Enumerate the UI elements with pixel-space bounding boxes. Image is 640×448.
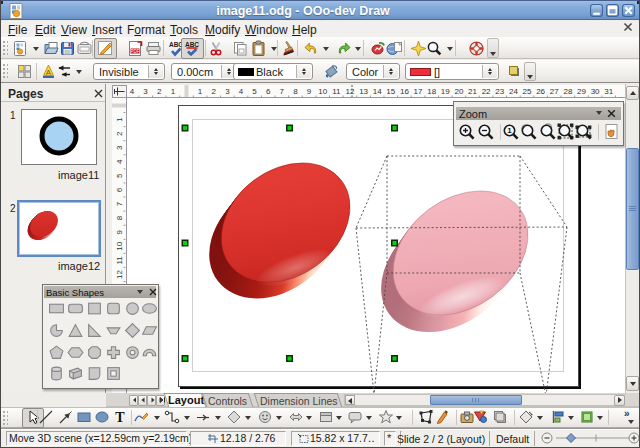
- svg-text:6: 6: [266, 87, 271, 96]
- svg-text:16: 16: [400, 87, 409, 96]
- svg-text:1: 1: [507, 126, 512, 135]
- svg-text:29: 29: [577, 87, 586, 96]
- svg-text:3: 3: [225, 87, 230, 96]
- svg-text:11: 11: [332, 87, 341, 96]
- svg-text:24: 24: [509, 87, 518, 96]
- svg-text:8: 8: [293, 87, 298, 96]
- svg-text:2: 2: [211, 87, 216, 96]
- svg-text:18: 18: [427, 87, 436, 96]
- svg-text:25: 25: [523, 87, 532, 96]
- svg-text:1: 1: [115, 117, 124, 122]
- svg-text:PDF: PDF: [131, 49, 140, 54]
- svg-text:2: 2: [157, 87, 162, 96]
- svg-text:ABC: ABC: [185, 41, 199, 48]
- svg-text:15: 15: [386, 87, 395, 96]
- svg-text:22: 22: [482, 87, 491, 96]
- svg-text:26: 26: [536, 87, 545, 96]
- svg-text:27: 27: [550, 87, 559, 96]
- svg-text:23: 23: [495, 87, 504, 96]
- svg-text:A: A: [46, 68, 52, 77]
- svg-text:10: 10: [115, 241, 124, 250]
- svg-text:4: 4: [239, 87, 244, 96]
- svg-text:12: 12: [345, 87, 354, 96]
- svg-text:4: 4: [130, 87, 135, 96]
- svg-text:3: 3: [115, 145, 124, 150]
- svg-text:7: 7: [115, 201, 124, 206]
- svg-text:12: 12: [115, 270, 124, 279]
- svg-text:T: T: [115, 410, 125, 425]
- svg-text:1: 1: [171, 87, 176, 96]
- svg-text:3: 3: [143, 87, 148, 96]
- svg-text:31: 31: [604, 87, 613, 96]
- svg-text:19: 19: [441, 87, 450, 96]
- svg-text:4: 4: [115, 159, 124, 164]
- svg-text:9: 9: [115, 229, 124, 234]
- svg-text:21: 21: [468, 87, 477, 96]
- svg-text:10: 10: [318, 87, 327, 96]
- svg-text:13: 13: [359, 87, 368, 96]
- svg-text:2: 2: [115, 131, 124, 136]
- svg-text:6: 6: [115, 187, 124, 192]
- svg-text:14: 14: [373, 87, 382, 96]
- svg-text:17: 17: [414, 87, 423, 96]
- svg-text:8: 8: [115, 215, 124, 220]
- svg-text:30: 30: [591, 87, 600, 96]
- svg-text:7: 7: [280, 87, 285, 96]
- svg-text:11: 11: [115, 256, 124, 265]
- svg-text:20: 20: [454, 87, 463, 96]
- svg-text:5: 5: [115, 173, 124, 178]
- svg-text:28: 28: [563, 87, 572, 96]
- svg-text:1: 1: [198, 87, 203, 96]
- svg-text:5: 5: [252, 87, 257, 96]
- svg-text:9: 9: [307, 87, 312, 96]
